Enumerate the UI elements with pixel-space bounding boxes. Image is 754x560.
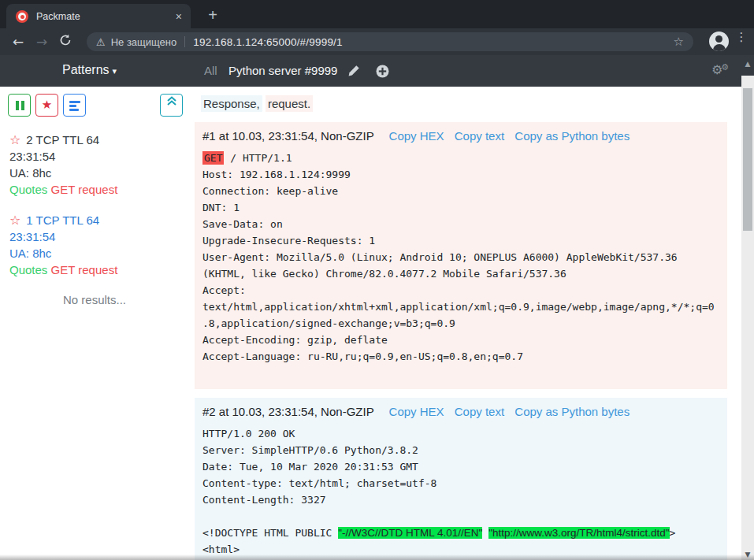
- settings-gears-icon[interactable]: ⚙⚙: [711, 62, 730, 77]
- packet-line: [202, 508, 719, 525]
- bookmark-star-icon[interactable]: ☆: [674, 35, 684, 49]
- copy-python-bytes-link[interactable]: Copy as Python bytes: [514, 129, 630, 143]
- capture-list-item[interactable]: ☆ 1 TCP TTL 64 23:31:54 UA: 8hc Quotes G…: [9, 212, 189, 278]
- packet-line: Accept-Language: ru-RU,ru;q=0.9,en-US;q=…: [202, 348, 719, 365]
- highlight-match-found: "http://www.w3.org/TR/html4/strict.dtd": [488, 527, 669, 539]
- scroll-up-icon[interactable]: ▲: [741, 55, 754, 76]
- address-divider: [184, 36, 185, 47]
- scrollbar-thumb[interactable]: [743, 88, 752, 231]
- packet-header: #1 at 10.03, 23:31:54, Non-GZIP Copy HEX…: [202, 128, 719, 144]
- highlight-match-found: "-//W3C//DTD HTML 4.01//EN": [338, 527, 482, 539]
- packet-line: <html>: [202, 541, 719, 558]
- pause-capture-button[interactable]: [8, 94, 31, 117]
- capture-tags: Quotes GET request: [9, 261, 189, 278]
- packet-line: <!DOCTYPE HTML PUBLIC "-//W3C//DTD HTML …: [202, 525, 719, 541]
- url-text[interactable]: 192.168.1.124:65000/#/9999/1: [193, 36, 343, 48]
- scroll-down-icon[interactable]: ▼: [741, 551, 754, 558]
- favorite-star-icon[interactable]: ☆: [9, 212, 20, 228]
- sidebar-toolbar: ★: [0, 87, 189, 116]
- list-filter-button[interactable]: [63, 94, 86, 117]
- capture-list-item[interactable]: ☆ 2 TCP TTL 64 23:31:54 UA: 8hc Quotes G…: [9, 132, 189, 198]
- packet-line: DNT: 1: [202, 199, 719, 216]
- pattern-tag: Quotes: [9, 263, 47, 276]
- packet-line: GET / HTTP/1.1: [202, 150, 719, 166]
- capture-title: 2 TCP TTL 64: [26, 132, 99, 148]
- forward-button[interactable]: →: [30, 34, 54, 50]
- close-tab-icon[interactable]: ×: [173, 10, 184, 23]
- copy-python-bytes-link[interactable]: Copy as Python bytes: [514, 405, 630, 418]
- capture-ua: UA: 8hc: [9, 165, 189, 181]
- packet-line: HTTP/1.0 200 OK: [202, 425, 719, 442]
- back-button[interactable]: ←: [6, 34, 30, 50]
- browser-toolbar: ← → ⚠ Не защищено 192.168.1.124:65000/#/…: [0, 28, 754, 55]
- packet-line: Connection: keep-alive: [202, 183, 719, 199]
- packet-line: Content-Length: 3327: [202, 491, 719, 508]
- favorites-filter-button[interactable]: ★: [35, 94, 58, 117]
- capture-tags: Quotes GET request: [9, 181, 189, 198]
- sidebar: ★ ☆ 2 TCP TTL 64 23:31:54 UA: 8hc Quotes…: [0, 87, 189, 560]
- browser-menu-icon[interactable]: ⋮: [735, 35, 748, 39]
- reload-button[interactable]: [54, 34, 77, 50]
- packet-line: Date: Tue, 10 Mar 2020 20:31:53 GMT: [202, 458, 719, 475]
- capture-title: 1 TCP TTL 64: [26, 212, 99, 228]
- chevron-down-icon: ▾: [113, 66, 117, 76]
- collapse-sidebar-button[interactable]: [160, 94, 183, 117]
- tab-python-server[interactable]: Python server #9999: [228, 64, 337, 77]
- packet-card-response: #2 at 10.03, 23:31:54, Non-GZIP Copy HEX…: [195, 398, 727, 560]
- vertical-scrollbar[interactable]: ▲ ▼: [741, 55, 754, 560]
- packet-card-request: #1 at 10.03, 23:31:54, Non-GZIP Copy HEX…: [195, 122, 727, 389]
- stream-legend: Response, request.: [201, 97, 741, 113]
- copy-hex-link[interactable]: Copy HEX: [389, 405, 444, 418]
- legend-request: request.: [266, 95, 313, 112]
- packet-line: Host: 192.168.1.124:9999: [202, 166, 719, 183]
- favorite-star-icon[interactable]: ☆: [9, 132, 20, 148]
- packet-line: Server: SimpleHTTP/0.6 Python/3.8.2: [202, 442, 719, 458]
- packet-line: Accept-Encoding: gzip, deflate: [202, 332, 719, 348]
- packet-header-text: #1 at 10.03, 23:31:54, Non-GZIP: [202, 129, 373, 143]
- packet-line: [202, 365, 719, 381]
- address-bar[interactable]: ⚠ Не защищено 192.168.1.124:65000/#/9999…: [87, 32, 693, 51]
- packet-line: User-Agent: Mozilla/5.0 (Linux; Android …: [202, 249, 719, 282]
- new-tab-button[interactable]: +: [202, 5, 224, 27]
- patterns-label: Patterns: [62, 63, 110, 76]
- patterns-dropdown[interactable]: Patterns▾: [62, 63, 117, 77]
- browser-tab[interactable]: Packmate ×: [6, 4, 191, 28]
- capture-ua: UA: 8hc: [9, 245, 189, 261]
- highlight-match-request: GET: [202, 151, 224, 165]
- copy-text-link[interactable]: Copy text: [455, 129, 504, 143]
- tab-title: Packmate: [36, 11, 173, 22]
- not-secure-warning-icon: ⚠: [96, 36, 106, 48]
- capture-time: 23:31:54: [9, 148, 189, 165]
- packet-header-text: #2 at 10.03, 23:31:54, Non-GZIP: [202, 405, 373, 418]
- packet-line: Content-type: text/html; charset=utf-8: [202, 475, 719, 491]
- pattern-tag: Quotes: [9, 183, 47, 196]
- packet-body: GET / HTTP/1.1Host: 192.168.1.124:9999Co…: [202, 150, 719, 381]
- add-pattern-icon[interactable]: [376, 65, 389, 81]
- copy-hex-link[interactable]: Copy HEX: [389, 129, 444, 143]
- app-header: Patterns▾ All Python server #9999 ⚙⚙: [0, 55, 741, 87]
- legend-response: Response,: [201, 95, 262, 112]
- tab-all[interactable]: All: [204, 64, 217, 77]
- no-results-text: No results...: [0, 293, 189, 306]
- browser-tab-bar: Packmate × +: [0, 0, 754, 28]
- pattern-tag: GET request: [47, 263, 117, 276]
- packmate-favicon-icon: [16, 10, 28, 23]
- packet-line: Accept: text/html,application/xhtml+xml,…: [202, 282, 719, 332]
- packet-header: #2 at 10.03, 23:31:54, Non-GZIP Copy HEX…: [202, 404, 719, 420]
- packet-line: Save-Data: on: [202, 216, 719, 232]
- edit-pencil-icon[interactable]: [347, 65, 360, 80]
- packet-line: Upgrade-Insecure-Requests: 1: [202, 232, 719, 249]
- main-content: Response, request. #1 at 10.03, 23:31:54…: [189, 87, 741, 560]
- capture-time: 23:31:54: [9, 228, 189, 245]
- copy-text-link[interactable]: Copy text: [455, 405, 504, 418]
- security-label[interactable]: Не защищено: [111, 36, 177, 48]
- profile-avatar[interactable]: [709, 32, 729, 51]
- pattern-tag: GET request: [47, 183, 117, 196]
- packet-body: HTTP/1.0 200 OKServer: SimpleHTTP/0.6 Py…: [202, 425, 719, 558]
